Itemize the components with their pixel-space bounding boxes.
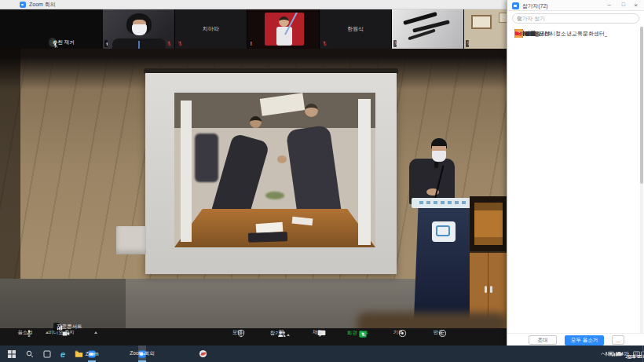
file-explorer-icon[interactable] [71, 346, 86, 362]
muted-mic-icon [322, 41, 327, 46]
zoom-app-icon [20, 2, 26, 8]
main-speaker-video[interactable] [0, 49, 507, 346]
video-thumbnail[interactable]: 치아따 [175, 9, 247, 49]
name-tag: [몰탄]루투YOUTUBE [249, 40, 252, 47]
taskbar-search-button[interactable] [22, 346, 38, 362]
handshake [277, 155, 287, 163]
participants-panel-title: 참가자(72) [522, 2, 547, 10]
chat-label: 채팅 [313, 329, 323, 336]
podium-top-band [412, 198, 478, 208]
participants-label: 참가자 [270, 330, 285, 337]
scrollbar-thumb[interactable] [640, 27, 643, 184]
record-label: 기록 [393, 329, 403, 336]
security-label: 보안 [232, 329, 243, 336]
taskbar-app-zoom[interactable]: Zoom [88, 346, 96, 362]
start-button[interactable] [3, 346, 20, 362]
scrollbar[interactable] [640, 27, 643, 333]
remove-spotlight-label: 추천 제거 [53, 39, 75, 46]
mute-label: 음소거 [18, 329, 33, 336]
tablet [248, 232, 287, 243]
active-speaker-name: 진로콘서트 [57, 324, 82, 331]
meeting-toolbar: 음소거 비디오 중지 보안 72 참가자 [0, 328, 507, 346]
name-tag: 박 지석 [393, 40, 397, 47]
projected-man-left-head [250, 116, 262, 128]
zoom-panel-icon [512, 2, 519, 9]
video-options-caret[interactable] [94, 331, 97, 334]
podium-logo [432, 221, 456, 242]
video-thumbnail[interactable]: [몰탄]루투YOUTUBE [247, 9, 320, 49]
video-thumbnail[interactable]: 슬 여진 [103, 9, 175, 49]
cabinet-shelf [470, 196, 507, 251]
share-options-caret[interactable] [363, 334, 366, 336]
taskbar-app-label: Zoom [86, 351, 99, 357]
internet-explorer-icon[interactable]: e [55, 346, 71, 362]
reactions-label: 반응 [434, 329, 444, 336]
zoom-meeting-screen: Zoom 회의 슬 여진치아따[몰탄]루투YOUTUBE한원식박 지석박영은 님… [0, 0, 644, 362]
name-tag: 박영은 님 (김통수) [466, 40, 469, 47]
participants-panel-footer: 초대 모두 음소거 ... [507, 333, 644, 346]
video-thumbnail[interactable]: 박 지석 [392, 9, 464, 49]
taskbar-app-icon[interactable] [195, 346, 210, 362]
video-off-icon [514, 31, 521, 37]
active-speaker-label: 진로콘서트 [53, 323, 60, 331]
video-thumbnail[interactable]: 박영은 님 (김통수) [464, 9, 507, 49]
radiator [116, 226, 146, 254]
more-options-button[interactable]: ... [612, 335, 624, 345]
windows-taskbar: e Zoom Zoom 회의 가 오후 2:39 [0, 346, 644, 362]
participants-panel: 참가자(72) – □ × 참가자 찾기 소소해 김손손동정양양하린류류은혜이 … [507, 0, 644, 346]
search-placeholder: 참가자 찾기 [517, 15, 545, 23]
participant-name-label: 치아따 [175, 9, 247, 49]
projected-image [174, 93, 375, 247]
participant-name-label: 한원식 [320, 9, 391, 49]
screen-white-bar [181, 101, 192, 242]
maximize-button[interactable]: □ [622, 2, 625, 7]
participants-caret[interactable] [287, 334, 290, 336]
screen-white-bar [358, 99, 371, 245]
close-button[interactable]: × [634, 2, 638, 9]
invite-button[interactable]: 초대 [529, 335, 557, 345]
flowers [265, 192, 284, 199]
participants-panel-titlebar[interactable]: 참가자(72) – □ × [507, 0, 644, 11]
muted-mic-icon [177, 41, 183, 46]
muted-mic-icon [166, 41, 172, 46]
projected-man-right-head [305, 104, 318, 117]
taskbar-app-zoom-meeting[interactable]: Zoom 회의 [138, 346, 146, 362]
participant-name: 박신정 [519, 30, 536, 38]
remove-spotlight-button[interactable]: 추천 제거 [49, 38, 57, 47]
minimize-button[interactable]: – [608, 1, 611, 8]
participant-list: 소소해 김손손동정양양하린류류은혜이 주용이이서진이이세표일리이이지호이이진군장… [507, 27, 644, 333]
name-tag: 슬 여진 [104, 40, 108, 47]
video-thumbnail-strip: 슬 여진치아따[몰탄]루투YOUTUBE한원식박 지석박영은 님 (김통수) [0, 9, 507, 49]
projected-background-people [195, 133, 218, 182]
window-title: Zoom 회의 [29, 1, 56, 9]
participant-search-input[interactable]: 참가자 찾기 [512, 13, 639, 24]
system-tray: 가 오후 2:39 2021-05-22 [600, 346, 641, 362]
video-thumbnail[interactable]: 한원식 [320, 9, 392, 49]
participant-row[interactable]: 박박신정 [507, 27, 520, 41]
microphone [434, 162, 438, 168]
presenter-mask [432, 151, 446, 162]
taskbar-app-label: Zoom 회의 [130, 350, 154, 357]
mute-all-button[interactable]: 모두 음소거 [565, 335, 604, 346]
task-view-button[interactable] [39, 346, 55, 362]
